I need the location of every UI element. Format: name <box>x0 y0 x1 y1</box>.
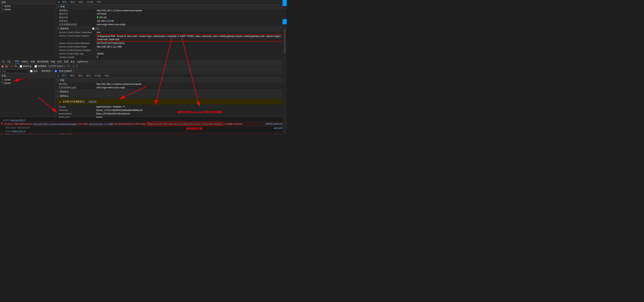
header-value: 0 <box>97 56 98 59</box>
request-detail-bottom: ✕ 标头 载荷 预览 响应 启动器 时间 ▼ 常规 请求网址:http://19… <box>56 74 287 118</box>
record-icon[interactable] <box>2 65 4 68</box>
network-filter-row: 反转 请求类型 ▼ 2 更多过滤条件 ▼ <box>0 69 287 74</box>
invert-checkbox[interactable] <box>30 70 32 72</box>
raw-toggle[interactable]: 原始 <box>92 27 100 30</box>
invert-filter[interactable]: 反转 <box>30 70 38 73</box>
request-item-error[interactable]: ⦻ update <box>0 78 56 81</box>
header-row: Authcode:Bearer_17c3cc169b05441b8b6ad8c9… <box>56 109 287 112</box>
header-key: Access-Control-Expose-Headers: <box>59 49 97 52</box>
header-row: 引荐来源网址政策:strict-origin-when-cross-origin <box>56 23 287 26</box>
tab-console[interactable]: 控制台 <box>22 60 28 63</box>
section-general[interactable]: ▼ 常规 <box>56 78 287 82</box>
header-row: Access-Control-Allow-Credentials:true <box>56 31 287 34</box>
tab-sources[interactable]: 源代码/来源 <box>37 60 48 63</box>
tab-performance[interactable]: 性能 <box>51 60 55 63</box>
console-line: at eval (user.vue:392:1) <box>0 118 287 122</box>
header-row: Accept:application/json, text/plain, */* <box>56 105 287 109</box>
raw-checkbox[interactable] <box>92 28 94 30</box>
scrollbar[interactable] <box>284 28 286 54</box>
header-key: Blade-Auth: <box>59 116 96 118</box>
request-item[interactable]: update <box>0 8 56 11</box>
request-item-error[interactable]: ⦻ update <box>0 5 56 8</box>
tab-response[interactable]: 响应 <box>84 73 92 78</box>
chevron-down-icon: ▼ <box>64 66 66 67</box>
device-toggle-icon[interactable] <box>7 60 10 63</box>
download-icon[interactable]: ↧ <box>76 65 78 68</box>
request-type-select[interactable]: 请求类型 ▼ <box>42 70 52 73</box>
header-value: http://192.168.1.111/amro-system/user/up… <box>96 83 142 86</box>
warning-text: 当前显示的是预配标头。 <box>62 100 86 103</box>
close-icon[interactable]: ✕ <box>56 75 60 77</box>
collapse-icon: ▼ <box>57 79 59 81</box>
learn-more-link[interactable]: 了解详情 <box>88 100 96 103</box>
header-row: 引荐来源网址政策:strict-origin-when-cross-origin <box>56 86 287 89</box>
preserve-log-checkbox[interactable] <box>20 65 22 68</box>
preserve-log[interactable]: 保留日志 <box>20 65 32 68</box>
tab-headers[interactable]: 标头 <box>60 73 68 78</box>
header-row: Content-Length:0 <box>56 56 287 59</box>
tab-response[interactable]: 响应 <box>77 0 85 5</box>
header-key: Authcode: <box>59 109 96 112</box>
collapse-icon: ▼ <box>58 28 59 30</box>
tab-network[interactable]: 网络 <box>15 60 19 64</box>
document-icon <box>2 82 3 84</box>
header-key: 引荐来源网址政策: <box>59 23 97 26</box>
upload-icon[interactable]: ↥ <box>72 65 74 68</box>
name-column-header: 名称 <box>0 74 56 78</box>
url-link[interactable]: http://192.168.1.111:1888 <box>89 123 113 125</box>
section-request-headers[interactable]: ▼ 请求标头 <box>56 94 287 98</box>
disable-cache[interactable]: 停用缓存 <box>34 65 46 68</box>
header-row: Blade-Auth:bearer <box>56 116 287 118</box>
section-response-headers[interactable]: ▼ 响应标头 原始 <box>56 26 287 31</box>
search-icon[interactable] <box>14 65 17 68</box>
header-row: Access-Control-Allow-Headers:X-Requested… <box>56 34 287 42</box>
filter-input[interactable] <box>1 70 28 73</box>
tab-lighthouse[interactable]: Lighthouse <box>77 60 88 63</box>
tab-security[interactable]: 安全 <box>70 60 75 63</box>
header-key: 请求网址: <box>59 9 97 12</box>
tab-timing[interactable]: 时间 <box>95 0 103 5</box>
close-icon[interactable]: ✕ <box>57 1 60 4</box>
section-response-headers[interactable]: ▼ 响应标头 <box>56 89 287 94</box>
browser-right-edge <box>282 0 287 134</box>
clear-icon[interactable] <box>5 65 8 68</box>
tab-memory[interactable]: 内存 <box>57 60 62 63</box>
url-link[interactable]: http://192.168.1.111/amro-system/user/up… <box>34 123 77 125</box>
section-general[interactable]: ▼ 常规 <box>56 5 287 9</box>
url-link[interactable]: http://192.168.1.111/amro-system/user/up… <box>12 133 55 134</box>
tab-timing[interactable]: 时间 <box>103 73 111 78</box>
header-key: Authorization: <box>59 112 96 115</box>
tab-application[interactable]: 应用 <box>64 60 68 63</box>
tab-headers[interactable]: 标头 <box>60 0 68 5</box>
network-conditions-icon[interactable] <box>67 65 70 68</box>
header-value: OPTIONS <box>97 13 106 16</box>
inspect-icon[interactable] <box>2 60 5 63</box>
throttling[interactable]: 已停用节流模式 ▼ <box>48 65 66 68</box>
request-name: update <box>4 82 11 84</box>
header-row: 远程地址:192.168.1.111:80 <box>56 19 287 23</box>
filter-icon[interactable]: ▼ <box>11 65 13 68</box>
tab-preview[interactable]: 预览 <box>68 0 77 5</box>
tab-initiator[interactable]: 启动器 <box>85 0 95 5</box>
tab-payload[interactable]: 载荷 <box>68 73 76 78</box>
source-link[interactable]: axios.js:91:1 <box>13 130 25 132</box>
tab-initiator[interactable]: 启动器 <box>92 73 103 78</box>
tab-elements[interactable]: 元素 <box>30 60 35 63</box>
tab-preview[interactable]: 预览 <box>76 73 84 78</box>
request-list-bottom: 名称 ⦻ update update <box>0 74 56 118</box>
error-icon: ⊗ <box>1 133 3 134</box>
header-key: Access-Control-Allow-Origin: <box>59 45 97 48</box>
header-key: Access-Control-Allow-Headers: <box>59 34 97 41</box>
header-key: Access-Control-Allow-Credentials: <box>59 31 97 34</box>
disable-cache-checkbox[interactable] <box>34 65 37 68</box>
chevron-down-icon: ▼ <box>51 70 52 72</box>
document-icon <box>2 9 3 10</box>
header-value: strict-origin-when-cross-origin <box>96 86 125 89</box>
header-key: Accept: <box>59 105 96 108</box>
request-item[interactable]: update <box>0 81 56 85</box>
source-link[interactable]: user.vue:392:1 <box>11 119 25 121</box>
highlighted-value: X-Requested-With, Tenant-Id, amro-auth, … <box>97 34 285 41</box>
more-filters[interactable]: 更多过滤条件 ▼ <box>59 70 74 73</box>
header-value: http://192.168.1.111:1888 <box>97 45 122 48</box>
header-key: 远程地址: <box>59 20 97 23</box>
